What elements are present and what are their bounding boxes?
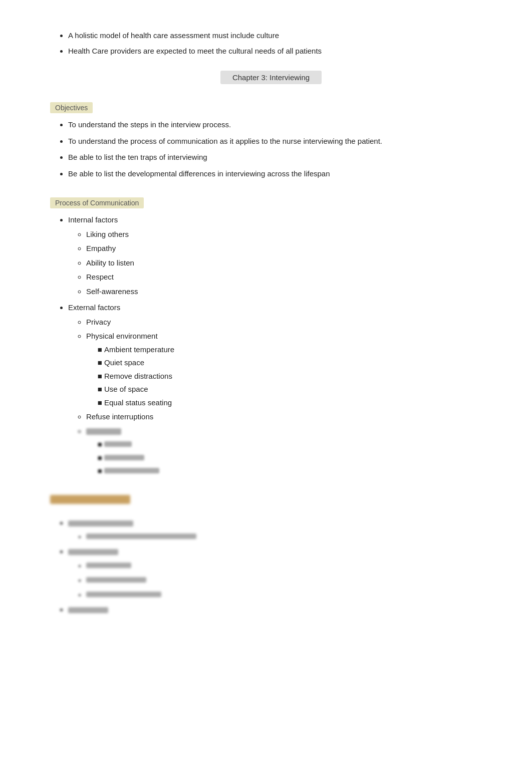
intro-section: A holistic model of health care assessme… [50, 30, 492, 57]
objective-item-4: Be able to list the developmental differ… [68, 168, 492, 180]
external-physical-env: Physical environment Ambient temperature… [86, 331, 492, 408]
blurred-list-sub-1 [86, 532, 492, 542]
blurred-list-item-1 [68, 517, 492, 543]
blurred-list-item-2 [68, 546, 492, 600]
physical-env-item-5: Equal status seating [104, 397, 492, 409]
external-privacy: Privacy [86, 317, 492, 328]
blurred-section [50, 491, 492, 616]
internal-item-4: Respect [86, 272, 492, 283]
internal-factors-list: Liking others Empathy Ability to listen … [68, 229, 492, 298]
blurred-list-sub-2b [86, 575, 492, 586]
internal-factors-item: Internal factors Liking others Empathy A… [68, 214, 492, 297]
internal-item-3: Ability to listen [86, 257, 492, 269]
external-blurred-item [86, 426, 492, 477]
objectives-label: Objectives [50, 102, 93, 113]
internal-item-1: Liking others [86, 229, 492, 240]
intro-bullet-2: Health Care providers are expected to me… [68, 46, 492, 57]
chapter-heading-wrap: Chapter 3: Interviewing [50, 71, 492, 84]
objectives-list: To understand the steps in the interview… [50, 119, 492, 179]
blurred-list-sub-2a [86, 561, 492, 571]
objective-item-3: Be able to list the ten traps of intervi… [68, 152, 492, 163]
external-factors-item: External factors Privacy Physical enviro… [68, 302, 492, 477]
external-factors-label: External factors [68, 303, 120, 312]
blurred-sub-item-3 [104, 465, 492, 477]
process-section: Process of Communication Internal factor… [50, 193, 492, 477]
objective-item-2: To understand the process of communicati… [68, 136, 492, 147]
physical-env-item-3: Remove distractions [104, 371, 492, 382]
physical-env-label: Physical environment [86, 332, 158, 340]
blurred-sub-list [86, 439, 492, 477]
objectives-section: Objectives To understand the steps in th… [50, 98, 492, 179]
external-factors-list: Privacy Physical environment Ambient tem… [68, 317, 492, 477]
physical-env-item-1: Ambient temperature [104, 344, 492, 356]
blurred-list-item-3 [68, 604, 492, 616]
process-list: Internal factors Liking others Empathy A… [50, 214, 492, 477]
intro-bullet-1: A holistic model of health care assessme… [68, 30, 492, 42]
physical-env-item-4: Use of space [104, 384, 492, 395]
physical-env-list: Ambient temperature Quiet space Remove d… [86, 344, 492, 409]
external-refuse-interruptions: Refuse interruptions [86, 411, 492, 423]
blurred-section-label [50, 495, 130, 504]
process-label: Process of Communication [50, 197, 144, 208]
internal-item-2: Empathy [86, 243, 492, 254]
blurred-sub-item-1 [104, 439, 492, 450]
physical-env-item-2: Quiet space [104, 357, 492, 369]
blurred-sub-label [86, 428, 121, 435]
internal-item-5: Self-awareness [86, 286, 492, 298]
chapter-heading: Chapter 3: Interviewing [220, 71, 322, 84]
blurred-sub-item-2 [104, 452, 492, 464]
blurred-list-sub-2c [86, 590, 492, 600]
internal-factors-label: Internal factors [68, 215, 118, 224]
objective-item-1: To understand the steps in the interview… [68, 119, 492, 131]
